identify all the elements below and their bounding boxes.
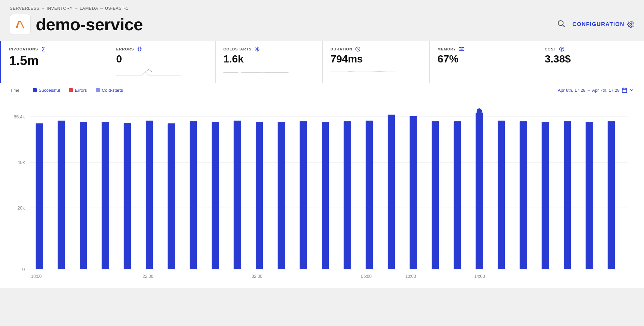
coldstarts-label: COLDSTARTS [223, 46, 315, 52]
calendar-icon [622, 87, 627, 93]
coldstarts-value: 1.6k [223, 53, 315, 65]
bar-9 [234, 121, 241, 269]
svg-text:02:00: 02:00 [252, 274, 262, 279]
svg-point-3 [630, 23, 632, 25]
bar-14 [344, 121, 351, 269]
chart-container: 65.4k 40k 20k 0 [10, 99, 634, 281]
bar-1 [58, 121, 65, 269]
search-icon [557, 19, 565, 28]
configuration-label: CONFIGURATION [572, 21, 624, 28]
bar-15 [366, 121, 373, 269]
cost-label: COST [545, 46, 636, 52]
bar-7 [190, 121, 197, 269]
breadcrumb: SERVERLESS → INVENTORY → LAMBDA → US-EAS… [10, 6, 634, 11]
bar-20-highlighted [476, 113, 483, 269]
bar-10 [256, 122, 263, 269]
chevron-down-icon[interactable] [629, 88, 634, 92]
metric-invocations: INVOCATIONS 1.5m [1, 41, 108, 83]
bar-3 [102, 122, 109, 269]
bar-22 [520, 121, 527, 269]
svg-text:06:00: 06:00 [361, 274, 372, 279]
bar-26 [608, 121, 615, 269]
metric-memory: MEMORY 67% [430, 41, 537, 83]
duration-label: DURATION [330, 46, 422, 52]
header-actions: CONFIGURATION [556, 18, 634, 31]
coldstarts-legend-label: Cold-starts [102, 88, 123, 93]
svg-line-2 [563, 25, 565, 27]
errors-sparkline [116, 66, 181, 78]
memory-icon [459, 46, 464, 52]
legend-errors: Errors [69, 88, 87, 93]
duration-sparkline [330, 66, 396, 78]
coldstarts-sparkline [223, 66, 288, 78]
svg-text:18:00: 18:00 [31, 274, 42, 279]
successful-label: Successful [39, 88, 60, 93]
svg-point-8 [257, 49, 258, 50]
coldstarts-dot [96, 88, 100, 92]
svg-text:14:00: 14:00 [474, 274, 485, 279]
chart-legend: Time Successful Errors Cold-starts Apr 6… [10, 83, 634, 96]
lambda-logo-icon [13, 18, 27, 31]
bug-icon [137, 46, 142, 52]
date-range: Apr 6th, 17:28 → Apr 7th, 17:28 [558, 87, 634, 93]
top-bar: SERVERLESS → INVENTORY → LAMBDA → US-EAS… [0, 0, 644, 41]
date-range-text: Apr 6th, 17:28 → Apr 7th, 17:28 [558, 88, 620, 93]
errors-label: ERRORS [116, 46, 207, 52]
bar-13 [322, 122, 329, 269]
page-wrapper: SERVERLESS → INVENTORY → LAMBDA → US-EAS… [0, 0, 644, 288]
metric-cost: COST 3.38$ [537, 41, 644, 83]
bar-18 [432, 121, 439, 269]
bar-21 [498, 121, 505, 269]
metrics-bar: INVOCATIONS 1.5m ERRORS 0 [0, 41, 644, 83]
cost-value: 3.38$ [545, 53, 636, 65]
errors-dot [69, 88, 73, 92]
header-row: demo-service CONFIGURATION [10, 14, 634, 35]
errors-legend-label: Errors [75, 88, 87, 93]
legend-time-label: Time [10, 88, 23, 93]
errors-value: 0 [116, 53, 207, 65]
memory-value: 67% [437, 53, 529, 65]
dollar-circle-icon [559, 46, 565, 52]
svg-text:65.4k: 65.4k [14, 114, 25, 120]
bar-19 [454, 121, 461, 269]
bar-12 [300, 121, 307, 269]
clock-icon [355, 46, 361, 52]
bar-16 [388, 115, 395, 269]
gear-icon [627, 21, 634, 28]
svg-text:20k: 20k [18, 205, 25, 211]
successful-dot [33, 88, 37, 92]
svg-text:22:00: 22:00 [143, 274, 154, 279]
bar-17 [410, 116, 417, 269]
sigma-icon [41, 46, 47, 52]
bar-24 [564, 121, 571, 269]
bar-5 [146, 121, 153, 269]
invocations-label: INVOCATIONS [9, 46, 100, 52]
bar-25 [586, 122, 593, 269]
bar-8 [212, 122, 219, 269]
svg-text:40k: 40k [18, 160, 25, 165]
svg-text:10:00: 10:00 [405, 274, 416, 279]
bar-23 [542, 122, 549, 269]
svg-rect-21 [622, 88, 627, 93]
bar-2 [80, 122, 87, 269]
bar-6 [168, 123, 175, 269]
metric-coldstarts: COLDSTARTS 1.6k [216, 41, 323, 83]
legend-coldstarts: Cold-starts [96, 88, 123, 93]
metric-errors: ERRORS 0 [108, 41, 215, 83]
memory-label: MEMORY [437, 46, 529, 52]
bar-4 [124, 123, 131, 269]
svg-rect-0 [13, 18, 27, 31]
metric-duration: DURATION 794ms [323, 41, 430, 83]
service-name: demo-service [36, 15, 143, 34]
svg-text:0: 0 [22, 266, 25, 272]
bar-0 [36, 123, 43, 269]
configuration-button[interactable]: CONFIGURATION [572, 21, 634, 28]
search-button[interactable] [556, 18, 567, 31]
bar-11 [278, 122, 285, 269]
chart-section: Time Successful Errors Cold-starts Apr 6… [0, 83, 644, 288]
duration-value: 794ms [330, 53, 422, 65]
snowflake-icon [254, 46, 260, 52]
lambda-icon-box [10, 14, 31, 35]
bar-chart: 65.4k 40k 20k 0 [10, 99, 634, 281]
legend-successful: Successful [33, 88, 60, 93]
